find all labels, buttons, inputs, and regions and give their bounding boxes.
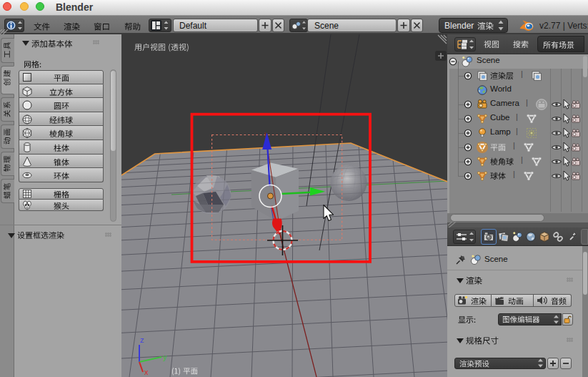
svg-text:x: x xyxy=(144,368,149,376)
svg-text:z: z xyxy=(140,336,144,344)
svg-text:y: y xyxy=(163,353,167,361)
